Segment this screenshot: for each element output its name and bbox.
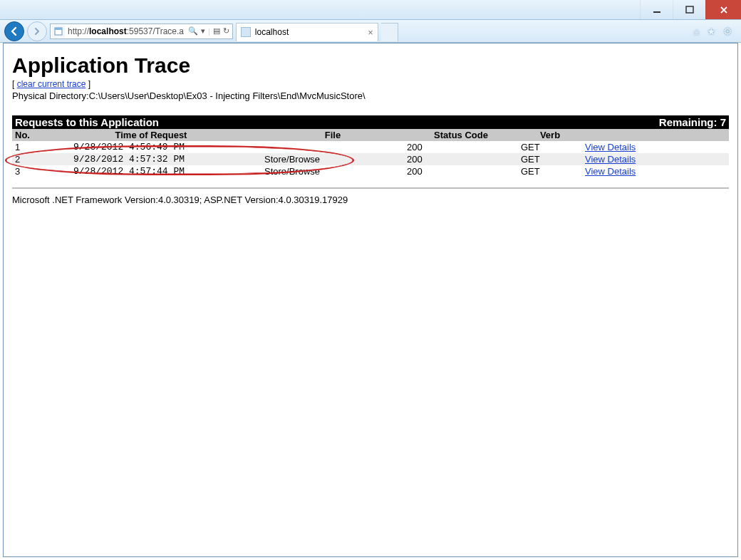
page-title: Application Trace [12, 53, 729, 78]
window-minimize-button[interactable] [640, 0, 673, 19]
window-titlebar [0, 0, 741, 20]
cell-time: 9/28/2012 4:57:44 PM [41, 165, 261, 177]
cell-no: 2 [12, 153, 41, 165]
home-icon[interactable]: ⌂ [694, 26, 700, 37]
col-time: Time of Request [41, 129, 261, 141]
page-icon [52, 25, 65, 38]
page-viewport: Application Trace [ clear current trace … [3, 43, 738, 557]
svg-rect-3 [55, 28, 62, 30]
physical-directory-label: Physical Directory: [12, 90, 89, 101]
refresh-icon[interactable]: ↻ [223, 26, 229, 36]
cell-status: 200 [404, 141, 518, 153]
arrow-left-icon [9, 26, 19, 36]
url-host: localhost [89, 26, 127, 36]
cell-time: 9/28/2012 4:57:32 PM [41, 153, 261, 165]
arrow-right-icon [33, 27, 41, 36]
col-file: File [261, 129, 404, 141]
framework-version: Microsoft .NET Framework Version:4.0.303… [12, 195, 729, 205]
url-prefix: http:// [68, 26, 89, 36]
requests-remaining: Remaining: 7 [659, 116, 726, 128]
cell-verb: GET [518, 165, 582, 177]
view-details-link[interactable]: View Details [585, 154, 636, 165]
window-close-button[interactable] [705, 0, 741, 19]
cell-status: 200 [404, 153, 518, 165]
requests-section-title: Requests to this Application [15, 116, 159, 128]
table-row: 2 9/28/2012 4:57:32 PM Store/Browse 200 … [12, 153, 729, 165]
col-details [582, 129, 729, 141]
svg-rect-0 [653, 11, 660, 13]
tools-icon[interactable]: ⚙ [723, 26, 732, 37]
svg-rect-1 [686, 6, 693, 13]
physical-directory: Physical Directory:C:\Users\User\Desktop… [12, 90, 729, 101]
cell-verb: GET [518, 141, 582, 153]
tab-close-button[interactable]: × [368, 27, 373, 38]
view-details-link[interactable]: View Details [585, 142, 636, 152]
favorites-icon[interactable]: ★ [707, 26, 716, 37]
requests-table: No. Time of Request File Status Code Ver… [12, 129, 729, 177]
clear-trace-link[interactable]: clear current trace [17, 79, 86, 89]
table-row: 1 9/28/2012 4:56:49 PM 200 GET View Deta… [12, 141, 729, 153]
cell-file: Store/Browse [261, 153, 404, 165]
col-verb: Verb [518, 129, 582, 141]
maximize-icon [685, 6, 694, 14]
window-maximize-button[interactable] [673, 0, 705, 19]
browser-navbar: http://localhost:59537/Trace.a 🔍 ▾ | ▤ ↻… [0, 20, 741, 43]
physical-directory-value: C:\Users\User\Desktop\Ex03 - Injecting F… [89, 90, 366, 101]
cell-no: 3 [12, 165, 41, 177]
toolbar-right: ⌂ ★ ⚙ [694, 26, 737, 37]
cell-file [261, 141, 404, 153]
nav-back-button[interactable] [4, 21, 24, 41]
cell-time: 9/28/2012 4:56:49 PM [41, 141, 261, 153]
tab-favicon [241, 27, 251, 37]
dropdown-icon[interactable]: ▾ [201, 26, 205, 36]
col-status: Status Code [404, 129, 518, 141]
requests-section-header: Requests to this Application Remaining: … [12, 115, 729, 129]
trace-page: Application Trace [ clear current trace … [4, 43, 737, 217]
view-details-link[interactable]: View Details [585, 166, 636, 177]
clear-trace-line: [ clear current trace ] [12, 79, 729, 89]
cell-verb: GET [518, 153, 582, 165]
cell-status: 200 [404, 165, 518, 177]
cell-no: 1 [12, 141, 41, 153]
table-header-row: No. Time of Request File Status Code Ver… [12, 129, 729, 141]
tab-title: localhost [255, 27, 289, 37]
close-icon [720, 6, 728, 14]
browser-tab[interactable]: localhost × [236, 23, 378, 41]
address-text: http://localhost:59537/Trace.a [66, 26, 185, 36]
address-bar[interactable]: http://localhost:59537/Trace.a 🔍 ▾ | ▤ ↻ [50, 24, 233, 39]
search-icon[interactable]: 🔍 [188, 26, 198, 36]
nav-forward-button[interactable] [27, 21, 47, 41]
table-row: 3 9/28/2012 4:57:44 PM Store/Browse 200 … [12, 165, 729, 177]
cell-file: Store/Browse [261, 165, 404, 177]
minimize-icon [653, 6, 661, 14]
new-tab-button[interactable] [381, 23, 398, 41]
separator [12, 187, 729, 189]
address-tools: 🔍 ▾ | ▤ ↻ [185, 26, 232, 36]
col-no: No. [12, 129, 41, 141]
compat-icon[interactable]: ▤ [213, 26, 220, 36]
url-rest: :59537/Trace.a [127, 26, 184, 36]
